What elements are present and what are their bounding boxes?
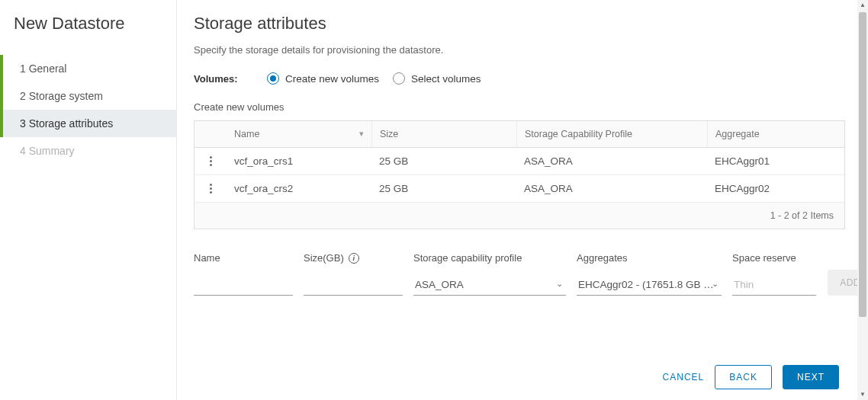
step-general[interactable]: 1 General bbox=[0, 55, 176, 82]
table-footer: 1 - 2 of 2 Items bbox=[194, 203, 844, 229]
wizard-title: New Datastore bbox=[14, 14, 176, 34]
th-name[interactable]: Name ▾ bbox=[227, 121, 371, 147]
table-row: vcf_ora_crs1 25 GB ASA_ORA EHCAggr01 bbox=[194, 148, 844, 175]
table-caption: Create new volumes bbox=[194, 101, 845, 113]
cell-scp: ASA_ORA bbox=[516, 148, 707, 174]
wizard-steps: 1 General 2 Storage system 3 Storage att… bbox=[0, 55, 176, 165]
radio-select-volumes[interactable]: Select volumes bbox=[393, 72, 481, 85]
cell-aggregate: EHCAggr02 bbox=[707, 175, 844, 202]
back-button[interactable]: BACK bbox=[715, 365, 772, 389]
scp-select[interactable] bbox=[413, 274, 566, 296]
scroll-thumb[interactable] bbox=[859, 12, 866, 317]
wizard-sidebar: New Datastore 1 General 2 Storage system… bbox=[0, 0, 177, 400]
main-panel: Storage attributes Specify the storage d… bbox=[177, 0, 857, 400]
cell-aggregate: EHCAggr01 bbox=[707, 148, 844, 174]
step-label: 4 Summary bbox=[20, 145, 75, 157]
th-actions bbox=[194, 126, 227, 142]
new-volume-form: Name Size(GB) i Storage capability profi… bbox=[194, 248, 845, 296]
volumes-radio-group: Volumes: Create new volumes Select volum… bbox=[194, 72, 845, 85]
table-row: vcf_ora_crs2 25 GB ASA_ORA EHCAggr02 bbox=[194, 175, 844, 203]
row-actions-menu[interactable] bbox=[194, 176, 227, 201]
step-storage-system[interactable]: 2 Storage system bbox=[0, 82, 176, 110]
cell-name: vcf_ora_crs1 bbox=[227, 148, 371, 174]
th-size[interactable]: Size bbox=[371, 121, 516, 147]
radio-dot-icon bbox=[393, 72, 405, 85]
th-label: Storage Capability Profile bbox=[525, 129, 632, 139]
page-subtitle: Specify the storage details for provisio… bbox=[194, 44, 845, 56]
next-button[interactable]: NEXT bbox=[783, 365, 839, 389]
space-reserve-input[interactable] bbox=[732, 274, 816, 296]
row-actions-menu[interactable] bbox=[194, 149, 227, 174]
name-input[interactable] bbox=[194, 274, 293, 296]
th-scp[interactable]: Storage Capability Profile bbox=[516, 121, 707, 147]
wizard-footer: CANCEL BACK NEXT bbox=[663, 365, 839, 389]
add-button[interactable]: ADD bbox=[828, 270, 857, 296]
filter-icon[interactable]: ▾ bbox=[359, 129, 364, 139]
volumes-label: Volumes: bbox=[194, 73, 253, 85]
form-label-aggregates: Aggregates bbox=[577, 252, 722, 264]
table-header: Name ▾ Size Storage Capability Profile A… bbox=[194, 121, 844, 148]
scroll-down-arrow-icon[interactable]: ▼ bbox=[857, 389, 868, 400]
page-title: Storage attributes bbox=[194, 14, 845, 34]
step-storage-attributes[interactable]: 3 Storage attributes bbox=[0, 110, 176, 137]
th-label: Size bbox=[380, 129, 398, 139]
size-input[interactable] bbox=[304, 274, 403, 296]
th-aggregate[interactable]: Aggregate bbox=[707, 121, 844, 147]
scrollbar[interactable]: ▲ ▼ bbox=[857, 0, 868, 400]
form-label-size: Size(GB) i bbox=[304, 252, 403, 264]
cell-scp: ASA_ORA bbox=[516, 175, 707, 202]
aggregates-select[interactable] bbox=[577, 274, 722, 296]
form-label-space: Space reserve bbox=[732, 252, 816, 264]
cell-size: 25 GB bbox=[371, 175, 516, 202]
radio-create-volumes[interactable]: Create new volumes bbox=[267, 72, 379, 85]
th-label: Name bbox=[234, 129, 259, 139]
step-label: 1 General bbox=[20, 62, 66, 75]
cancel-button[interactable]: CANCEL bbox=[663, 372, 705, 382]
form-label-name: Name bbox=[194, 252, 293, 264]
step-summary: 4 Summary bbox=[0, 137, 176, 165]
radio-label: Select volumes bbox=[411, 73, 481, 85]
cell-name: vcf_ora_crs2 bbox=[227, 175, 371, 202]
cell-size: 25 GB bbox=[371, 148, 516, 174]
radio-label: Create new volumes bbox=[285, 73, 379, 85]
th-label: Aggregate bbox=[715, 129, 760, 139]
form-label-scp: Storage capability profile bbox=[413, 252, 566, 264]
volumes-table: Name ▾ Size Storage Capability Profile A… bbox=[194, 120, 845, 229]
scroll-up-arrow-icon[interactable]: ▲ bbox=[857, 0, 868, 11]
step-label: 2 Storage system bbox=[20, 90, 103, 102]
step-label: 3 Storage attributes bbox=[20, 117, 113, 130]
form-label-text: Size(GB) bbox=[304, 252, 344, 264]
info-icon[interactable]: i bbox=[349, 253, 359, 264]
radio-dot-icon bbox=[267, 72, 279, 85]
